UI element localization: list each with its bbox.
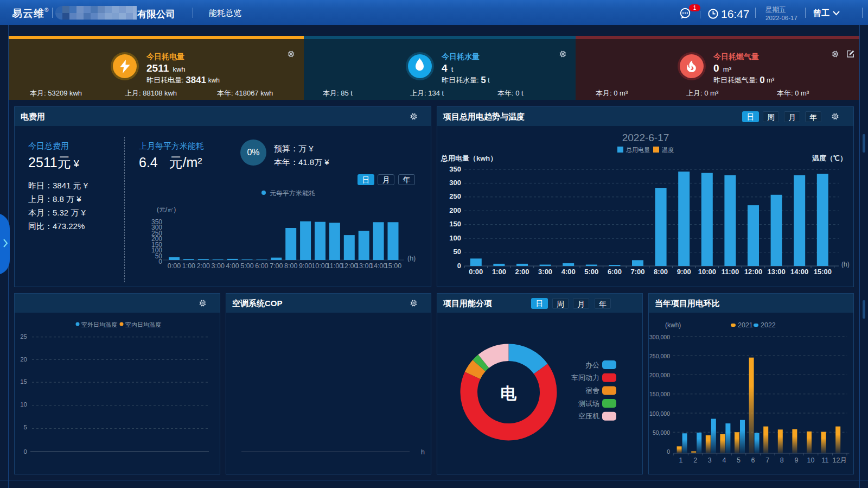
svg-text:5: 5 xyxy=(24,424,27,430)
svg-text:15:00: 15:00 xyxy=(385,262,401,270)
svg-text:室内日均温度: 室内日均温度 xyxy=(125,321,161,328)
svg-text:15: 15 xyxy=(20,378,27,385)
svg-text:150: 150 xyxy=(449,220,461,228)
svg-text:6:00: 6:00 xyxy=(255,262,268,270)
svg-text:12月: 12月 xyxy=(832,457,846,464)
svg-text:宿舍: 宿舍 xyxy=(585,386,599,395)
svg-text:温度: 温度 xyxy=(662,147,674,153)
svg-text:8:00: 8:00 xyxy=(284,262,297,270)
svg-text:0: 0 xyxy=(457,262,461,270)
svg-text:100,000: 100,000 xyxy=(649,410,670,417)
svg-text:50: 50 xyxy=(454,248,461,256)
svg-text:室外日均温度: 室外日均温度 xyxy=(81,321,117,328)
svg-text:9:00: 9:00 xyxy=(677,268,691,276)
svg-text:100: 100 xyxy=(449,234,461,242)
svg-text:6:00: 6:00 xyxy=(608,268,622,276)
svg-text:(元/㎡): (元/㎡) xyxy=(157,206,176,213)
svg-text:9: 9 xyxy=(794,457,798,464)
svg-text:1:00: 1:00 xyxy=(182,262,195,270)
svg-text:0: 0 xyxy=(24,448,27,455)
svg-text:14:00: 14:00 xyxy=(790,268,808,276)
svg-text:200: 200 xyxy=(449,206,461,214)
svg-text:5:00: 5:00 xyxy=(240,262,253,270)
svg-text:9:00: 9:00 xyxy=(299,262,312,270)
svg-text:8:00: 8:00 xyxy=(654,268,668,276)
svg-text:0: 0 xyxy=(667,448,670,455)
svg-text:2:00: 2:00 xyxy=(197,262,210,270)
svg-text:50,000: 50,000 xyxy=(653,429,670,436)
svg-text:7:00: 7:00 xyxy=(270,262,283,270)
svg-text:8: 8 xyxy=(780,457,784,464)
svg-text:2022-6-17: 2022-6-17 xyxy=(622,132,669,143)
svg-text:电: 电 xyxy=(501,384,517,402)
svg-text:0:00: 0:00 xyxy=(168,262,181,270)
svg-text:(h): (h) xyxy=(407,255,416,262)
svg-text:(h): (h) xyxy=(841,261,850,268)
svg-text:10: 10 xyxy=(20,401,27,408)
svg-text:4:00: 4:00 xyxy=(226,262,239,270)
svg-text:4: 4 xyxy=(722,457,726,464)
svg-text:5:00: 5:00 xyxy=(584,268,598,276)
svg-text:1: 1 xyxy=(679,457,683,464)
svg-text:总用电量（kwh）: 总用电量（kwh） xyxy=(441,154,497,162)
svg-text:温度（℃）: 温度（℃） xyxy=(812,154,847,162)
svg-text:2022: 2022 xyxy=(761,321,776,329)
svg-text:3:00: 3:00 xyxy=(212,262,225,270)
svg-text:11: 11 xyxy=(822,457,829,464)
svg-text:3:00: 3:00 xyxy=(538,268,552,276)
svg-text:2:00: 2:00 xyxy=(515,268,529,276)
svg-text:h: h xyxy=(421,448,425,456)
svg-text:6: 6 xyxy=(751,457,755,464)
svg-text:3: 3 xyxy=(708,457,712,464)
svg-text:空压机: 空压机 xyxy=(578,412,599,420)
svg-text:11:00: 11:00 xyxy=(722,268,739,276)
svg-text:1:00: 1:00 xyxy=(492,268,506,276)
svg-text:办公: 办公 xyxy=(585,361,599,369)
svg-text:10:00: 10:00 xyxy=(698,268,716,276)
svg-text:2: 2 xyxy=(693,457,697,464)
svg-text:250,000: 250,000 xyxy=(649,353,670,359)
svg-text:2021: 2021 xyxy=(738,321,753,329)
svg-text:300: 300 xyxy=(449,179,461,187)
svg-text:10: 10 xyxy=(807,457,815,464)
svg-text:5: 5 xyxy=(737,457,741,464)
svg-text:总用电量: 总用电量 xyxy=(626,147,650,153)
svg-text:12:00: 12:00 xyxy=(744,268,762,276)
svg-text:元每平方米能耗: 元每平方米能耗 xyxy=(270,189,315,197)
svg-text:15:00: 15:00 xyxy=(814,268,832,276)
svg-text:车间动力: 车间动力 xyxy=(571,373,599,382)
svg-text:250: 250 xyxy=(449,192,461,200)
svg-text:(kwh): (kwh) xyxy=(665,321,681,329)
svg-text:13:00: 13:00 xyxy=(767,268,785,276)
svg-text:300,000: 300,000 xyxy=(649,334,670,340)
svg-text:0: 0 xyxy=(158,258,162,265)
svg-text:350: 350 xyxy=(449,165,461,173)
svg-text:4:00: 4:00 xyxy=(561,268,576,276)
svg-text:200,000: 200,000 xyxy=(649,372,670,378)
svg-text:25: 25 xyxy=(20,333,27,340)
svg-text:0:00: 0:00 xyxy=(469,268,483,276)
svg-text:7: 7 xyxy=(765,457,769,464)
svg-text:20: 20 xyxy=(20,356,27,363)
svg-text:7:00: 7:00 xyxy=(630,268,644,276)
svg-text:测试场: 测试场 xyxy=(578,400,599,408)
svg-text:150,000: 150,000 xyxy=(649,391,670,397)
